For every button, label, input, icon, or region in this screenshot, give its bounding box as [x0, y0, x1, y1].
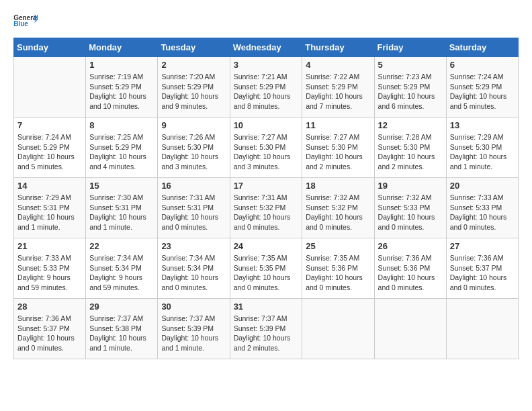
weekday-header-sunday: Sunday: [14, 38, 86, 57]
calendar-day-21: 21Sunrise: 7:33 AM Sunset: 5:33 PM Dayli…: [14, 238, 86, 299]
calendar-week-3: 14Sunrise: 7:29 AM Sunset: 5:31 PM Dayli…: [14, 178, 519, 238]
day-number: 29: [89, 302, 154, 312]
calendar-day-13: 13Sunrise: 7:29 AM Sunset: 5:30 PM Dayli…: [446, 118, 518, 178]
empty-cell: [446, 299, 518, 359]
day-number: 28: [17, 302, 82, 312]
day-info: Sunrise: 7:32 AM Sunset: 5:33 PM Dayligh…: [378, 193, 443, 232]
day-info: Sunrise: 7:36 AM Sunset: 5:37 PM Dayligh…: [17, 314, 82, 353]
day-info: Sunrise: 7:31 AM Sunset: 5:31 PM Dayligh…: [161, 193, 226, 232]
day-number: 1: [89, 60, 154, 70]
day-number: 8: [89, 120, 154, 130]
calendar-day-27: 27Sunrise: 7:36 AM Sunset: 5:37 PM Dayli…: [446, 238, 518, 299]
day-info: Sunrise: 7:24 AM Sunset: 5:29 PM Dayligh…: [450, 72, 515, 111]
calendar-day-2: 2Sunrise: 7:20 AM Sunset: 5:29 PM Daylig…: [158, 57, 230, 118]
day-number: 9: [161, 120, 226, 130]
day-info: Sunrise: 7:29 AM Sunset: 5:31 PM Dayligh…: [17, 193, 82, 232]
day-number: 30: [161, 302, 226, 312]
header: General Blue: [13, 13, 519, 31]
calendar-day-30: 30Sunrise: 7:37 AM Sunset: 5:39 PM Dayli…: [158, 299, 230, 359]
day-number: 31: [234, 302, 299, 312]
day-number: 10: [234, 120, 299, 130]
day-number: 20: [450, 181, 515, 191]
day-number: 5: [378, 60, 443, 70]
day-info: Sunrise: 7:28 AM Sunset: 5:30 PM Dayligh…: [378, 132, 443, 172]
day-number: 12: [378, 120, 443, 130]
weekday-header-tuesday: Tuesday: [158, 38, 230, 57]
calendar-day-7: 7Sunrise: 7:24 AM Sunset: 5:29 PM Daylig…: [14, 118, 86, 178]
calendar-day-17: 17Sunrise: 7:31 AM Sunset: 5:32 PM Dayli…: [230, 178, 302, 238]
day-number: 7: [17, 120, 82, 130]
day-info: Sunrise: 7:34 AM Sunset: 5:34 PM Dayligh…: [89, 253, 154, 293]
calendar-day-31: 31Sunrise: 7:37 AM Sunset: 5:39 PM Dayli…: [230, 299, 302, 359]
day-number: 23: [161, 241, 226, 251]
day-info: Sunrise: 7:22 AM Sunset: 5:29 PM Dayligh…: [306, 72, 370, 111]
logo: General Blue: [13, 13, 38, 31]
calendar-week-4: 21Sunrise: 7:33 AM Sunset: 5:33 PM Dayli…: [14, 238, 519, 299]
day-number: 15: [89, 181, 154, 191]
calendar-day-29: 29Sunrise: 7:37 AM Sunset: 5:38 PM Dayli…: [86, 299, 158, 359]
calendar-day-20: 20Sunrise: 7:33 AM Sunset: 5:33 PM Dayli…: [446, 178, 518, 238]
day-number: 21: [17, 241, 82, 251]
day-info: Sunrise: 7:24 AM Sunset: 5:29 PM Dayligh…: [17, 132, 82, 172]
day-info: Sunrise: 7:35 AM Sunset: 5:36 PM Dayligh…: [306, 253, 370, 293]
day-number: 27: [450, 241, 515, 251]
day-number: 2: [161, 60, 226, 70]
calendar-day-15: 15Sunrise: 7:30 AM Sunset: 5:31 PM Dayli…: [86, 178, 158, 238]
calendar-day-8: 8Sunrise: 7:25 AM Sunset: 5:29 PM Daylig…: [86, 118, 158, 178]
day-number: 18: [306, 181, 370, 191]
logo-icon: General Blue: [13, 13, 38, 27]
calendar-day-23: 23Sunrise: 7:34 AM Sunset: 5:34 PM Dayli…: [158, 238, 230, 299]
weekday-header-saturday: Saturday: [446, 38, 518, 57]
day-info: Sunrise: 7:33 AM Sunset: 5:33 PM Dayligh…: [17, 253, 82, 293]
day-number: 11: [306, 120, 370, 130]
day-number: 24: [234, 241, 299, 251]
day-info: Sunrise: 7:21 AM Sunset: 5:29 PM Dayligh…: [234, 72, 299, 111]
day-info: Sunrise: 7:26 AM Sunset: 5:30 PM Dayligh…: [161, 132, 226, 172]
day-number: 25: [306, 241, 370, 251]
calendar-day-22: 22Sunrise: 7:34 AM Sunset: 5:34 PM Dayli…: [86, 238, 158, 299]
svg-text:Blue: Blue: [13, 20, 28, 27]
day-info: Sunrise: 7:23 AM Sunset: 5:29 PM Dayligh…: [378, 72, 443, 111]
calendar-header-row: SundayMondayTuesdayWednesdayThursdayFrid…: [14, 38, 519, 57]
calendar-day-16: 16Sunrise: 7:31 AM Sunset: 5:31 PM Dayli…: [158, 178, 230, 238]
day-number: 19: [378, 181, 443, 191]
calendar-day-26: 26Sunrise: 7:36 AM Sunset: 5:36 PM Dayli…: [374, 238, 446, 299]
calendar-week-2: 7Sunrise: 7:24 AM Sunset: 5:29 PM Daylig…: [14, 118, 519, 178]
day-info: Sunrise: 7:25 AM Sunset: 5:29 PM Dayligh…: [89, 132, 154, 172]
calendar-day-9: 9Sunrise: 7:26 AM Sunset: 5:30 PM Daylig…: [158, 118, 230, 178]
day-info: Sunrise: 7:19 AM Sunset: 5:29 PM Dayligh…: [89, 72, 154, 111]
day-info: Sunrise: 7:35 AM Sunset: 5:35 PM Dayligh…: [234, 253, 299, 293]
day-info: Sunrise: 7:29 AM Sunset: 5:30 PM Dayligh…: [450, 132, 515, 172]
day-info: Sunrise: 7:34 AM Sunset: 5:34 PM Dayligh…: [161, 253, 226, 293]
day-info: Sunrise: 7:33 AM Sunset: 5:33 PM Dayligh…: [450, 193, 515, 232]
day-number: 4: [306, 60, 370, 70]
day-info: Sunrise: 7:20 AM Sunset: 5:29 PM Dayligh…: [161, 72, 226, 111]
calendar-day-14: 14Sunrise: 7:29 AM Sunset: 5:31 PM Dayli…: [14, 178, 86, 238]
empty-cell: [374, 299, 446, 359]
calendar-day-12: 12Sunrise: 7:28 AM Sunset: 5:30 PM Dayli…: [374, 118, 446, 178]
day-info: Sunrise: 7:32 AM Sunset: 5:32 PM Dayligh…: [306, 193, 370, 232]
calendar-day-28: 28Sunrise: 7:36 AM Sunset: 5:37 PM Dayli…: [14, 299, 86, 359]
day-info: Sunrise: 7:37 AM Sunset: 5:39 PM Dayligh…: [161, 314, 226, 353]
weekday-header-thursday: Thursday: [302, 38, 374, 57]
calendar-day-3: 3Sunrise: 7:21 AM Sunset: 5:29 PM Daylig…: [230, 57, 302, 118]
calendar-day-10: 10Sunrise: 7:27 AM Sunset: 5:30 PM Dayli…: [230, 118, 302, 178]
calendar-day-24: 24Sunrise: 7:35 AM Sunset: 5:35 PM Dayli…: [230, 238, 302, 299]
day-info: Sunrise: 7:36 AM Sunset: 5:37 PM Dayligh…: [450, 253, 515, 293]
calendar-week-5: 28Sunrise: 7:36 AM Sunset: 5:37 PM Dayli…: [14, 299, 519, 359]
day-info: Sunrise: 7:36 AM Sunset: 5:36 PM Dayligh…: [378, 253, 443, 293]
calendar-day-25: 25Sunrise: 7:35 AM Sunset: 5:36 PM Dayli…: [302, 238, 374, 299]
calendar-day-6: 6Sunrise: 7:24 AM Sunset: 5:29 PM Daylig…: [446, 57, 518, 118]
day-number: 3: [234, 60, 299, 70]
day-number: 13: [450, 120, 515, 130]
day-number: 22: [89, 241, 154, 251]
day-info: Sunrise: 7:37 AM Sunset: 5:38 PM Dayligh…: [89, 314, 154, 353]
day-info: Sunrise: 7:37 AM Sunset: 5:39 PM Dayligh…: [234, 314, 299, 353]
weekday-header-monday: Monday: [86, 38, 158, 57]
day-info: Sunrise: 7:27 AM Sunset: 5:30 PM Dayligh…: [234, 132, 299, 172]
day-number: 17: [234, 181, 299, 191]
day-number: 6: [450, 60, 515, 70]
weekday-header-wednesday: Wednesday: [230, 38, 302, 57]
day-number: 14: [17, 181, 82, 191]
empty-cell: [14, 57, 86, 118]
